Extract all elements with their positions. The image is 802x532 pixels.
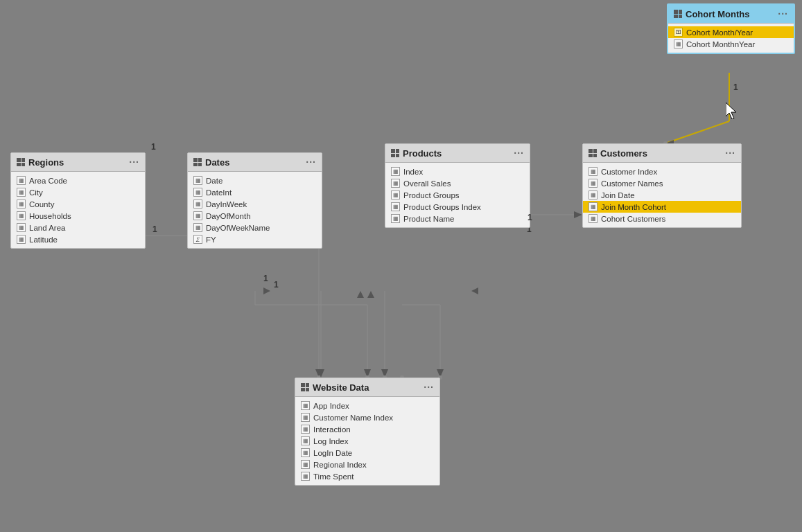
field-icon: ▦: [301, 448, 310, 457]
field-icon: ▦: [301, 460, 310, 469]
field-name: Date: [206, 177, 223, 185]
website-data-header: Website Data ···: [295, 378, 439, 397]
field-name: Interaction: [313, 425, 351, 434]
field-icon: ▦: [391, 202, 400, 211]
table-row: ▦ Index: [385, 166, 530, 177]
table-row: ▦ Regional Index: [295, 459, 439, 470]
field-name: Land Area: [29, 224, 65, 232]
field-name: City: [29, 188, 43, 197]
table-row: ▦ Product Groups: [385, 189, 530, 201]
field-name: Log Index: [313, 437, 349, 445]
table-row: ▦ Households: [11, 210, 145, 222]
svg-marker-19: [381, 369, 388, 378]
table-row: ▦ Join Date: [583, 189, 741, 201]
table-row: ▦ Overall Sales: [385, 177, 530, 189]
field-name: Overall Sales: [403, 179, 451, 188]
connector-label-1: 1: [528, 213, 532, 222]
svg-marker-34: [726, 103, 736, 119]
sigma-icon: Σ: [193, 235, 202, 244]
regions-header: Regions ···: [11, 153, 145, 172]
more-icon[interactable]: ···: [306, 157, 316, 168]
field-name: Regional Index: [313, 461, 367, 469]
cohort-months-table: Cohort Months ··· ⚿ Cohort Month/Year ▦ …: [667, 3, 795, 54]
table-row: ▦ DayInWeek: [188, 198, 322, 210]
field-icon: ▦: [193, 211, 202, 220]
svg-marker-22: [574, 211, 582, 218]
field-name: Product Groups Index: [403, 203, 481, 211]
field-name: DateInt: [206, 188, 232, 197]
table-row: ▦ Log Index: [295, 435, 439, 447]
field-name: Cohort MonthnYear: [686, 40, 755, 48]
grid-icon: [193, 158, 202, 166]
field-name: App Index: [313, 402, 349, 410]
grid-icon: [391, 149, 399, 157]
dates-body: ▦ Date ▦ DateInt ▦ DayInWeek ▦ DayOfMont…: [188, 172, 322, 248]
products-table: Products ··· ▦ Index ▦ Overall Sales ▦ P…: [385, 143, 530, 228]
table-row: ▦ DateInt: [188, 186, 322, 198]
table-row: ▦ Join Month Cohort: [583, 201, 741, 213]
customers-header: Customers ···: [583, 144, 741, 163]
field-icon: ▦: [589, 167, 598, 176]
table-row: ▦ Land Area: [11, 222, 145, 233]
table-row: ▦ Interaction: [295, 423, 439, 435]
diagram-canvas: 1 1 1 1: [0, 0, 802, 532]
field-icon: ▦: [301, 425, 310, 434]
more-icon[interactable]: ···: [424, 382, 434, 393]
more-icon[interactable]: ···: [514, 148, 524, 159]
field-icon: ▦: [301, 472, 310, 481]
customers-title: Customers: [600, 148, 647, 159]
field-name: FY: [206, 236, 216, 244]
field-icon: ▦: [589, 179, 598, 188]
more-icon[interactable]: ···: [778, 8, 788, 19]
field-name: Customer Names: [601, 179, 663, 188]
field-icon: ▦: [17, 235, 26, 244]
table-row: ▦ Customer Name Index: [295, 411, 439, 423]
svg-marker-28: [263, 287, 270, 294]
website-data-title: Website Data: [313, 382, 369, 393]
field-icon: ▦: [17, 223, 26, 232]
field-name: Customer Name Index: [313, 414, 393, 422]
more-icon[interactable]: ···: [129, 157, 139, 168]
field-icon: ▦: [193, 223, 202, 232]
field-name: Households: [29, 212, 71, 220]
website-data-body: ▦ App Index ▦ Customer Name Index ▦ Inte…: [295, 397, 439, 485]
customers-table: Customers ··· ▦ Customer Index ▦ Custome…: [582, 143, 742, 228]
table-row: ▦ Cohort MonthnYear: [668, 38, 794, 50]
table-row: ▦ DayOfMonth: [188, 210, 322, 222]
field-icon: ▦: [193, 176, 202, 185]
field-name: County: [29, 200, 54, 209]
table-row: ▦ Area Code: [11, 175, 145, 186]
field-icon: ▦: [589, 202, 598, 211]
dates-table: Dates ··· ▦ Date ▦ DateInt ▦ DayInWeek ▦…: [187, 152, 322, 249]
table-row: ▦ City: [11, 186, 145, 198]
field-name: Product Name: [403, 215, 455, 223]
svg-text:1: 1: [274, 280, 279, 290]
svg-marker-26: [357, 291, 364, 298]
field-name: Time Spent: [313, 472, 354, 481]
field-icon: ▦: [193, 188, 202, 197]
field-name: Cohort Customers: [601, 215, 665, 223]
svg-marker-27: [367, 291, 374, 298]
grid-icon: [17, 158, 25, 166]
field-name: Latitude: [29, 236, 58, 244]
svg-marker-25: [437, 369, 444, 378]
products-title: Products: [403, 148, 442, 159]
field-name: LogIn Date: [313, 449, 352, 457]
cohort-months-title: Cohort Months: [686, 9, 749, 19]
table-row: ⚿ Cohort Month/Year: [668, 26, 794, 38]
svg-line-1: [665, 121, 729, 143]
svg-text:1: 1: [733, 82, 738, 92]
svg-marker-16: [364, 369, 371, 378]
more-icon[interactable]: ···: [725, 148, 735, 159]
regions-table: Regions ··· ▦ Area Code ▦ City ▦ County …: [10, 152, 146, 249]
products-body: ▦ Index ▦ Overall Sales ▦ Product Groups…: [385, 163, 530, 227]
field-icon: ▦: [17, 188, 26, 197]
cursor: [726, 103, 740, 119]
svg-marker-8: [315, 369, 322, 378]
field-name: DayOfWeekName: [206, 224, 270, 232]
field-icon: ▦: [589, 214, 598, 223]
table-row: Σ FY: [188, 233, 322, 245]
connector-label-dates: 1: [263, 274, 268, 283]
field-name: Product Groups: [403, 191, 460, 200]
field-icon: ▦: [17, 200, 26, 209]
